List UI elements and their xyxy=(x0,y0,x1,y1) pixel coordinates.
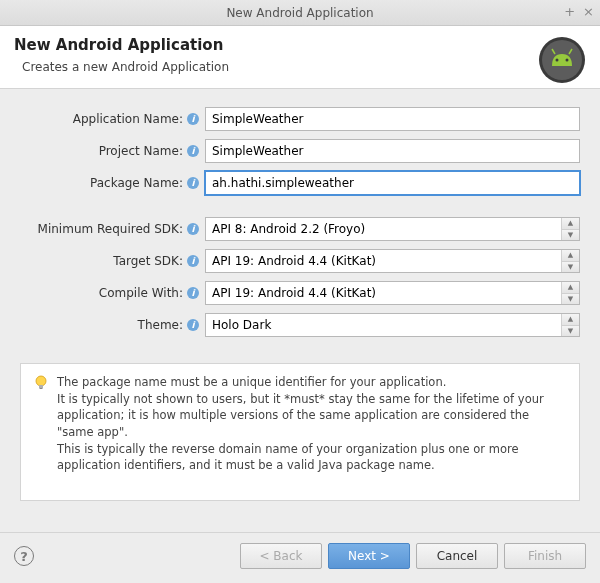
info-icon[interactable]: i xyxy=(187,145,199,157)
finish-button: Finish xyxy=(504,543,586,569)
application-name-input[interactable] xyxy=(205,107,580,131)
svg-point-3 xyxy=(566,59,569,62)
android-icon xyxy=(538,36,586,84)
theme-label: Theme: xyxy=(20,318,185,332)
target-sdk-label: Target SDK: xyxy=(20,254,185,268)
package-name-label: Package Name: xyxy=(20,176,185,190)
svg-rect-7 xyxy=(39,385,43,388)
lightbulb-icon xyxy=(33,375,49,391)
hint-text: The package name must be a unique identi… xyxy=(57,374,567,474)
spinner-buttons[interactable]: ▲▼ xyxy=(561,282,579,304)
wizard-header: New Android Application Creates a new An… xyxy=(0,26,600,89)
help-icon[interactable]: ? xyxy=(14,546,34,566)
min-sdk-select[interactable] xyxy=(205,217,580,241)
chevron-down-icon[interactable]: ▼ xyxy=(562,230,579,241)
chevron-up-icon[interactable]: ▲ xyxy=(562,314,579,326)
chevron-up-icon[interactable]: ▲ xyxy=(562,282,579,294)
target-sdk-select[interactable] xyxy=(205,249,580,273)
page-title: New Android Application xyxy=(14,36,586,54)
chevron-up-icon[interactable]: ▲ xyxy=(562,218,579,230)
back-button: < Back xyxy=(240,543,322,569)
info-icon[interactable]: i xyxy=(187,177,199,189)
application-name-label: Application Name: xyxy=(20,112,185,126)
svg-point-2 xyxy=(556,59,559,62)
close-icon[interactable]: × xyxy=(583,4,594,19)
titlebar: New Android Application + × xyxy=(0,0,600,26)
svg-point-6 xyxy=(36,376,46,386)
cancel-button[interactable]: Cancel xyxy=(416,543,498,569)
spinner-buttons[interactable]: ▲▼ xyxy=(561,250,579,272)
min-sdk-label: Minimum Required SDK: xyxy=(20,222,185,236)
spinner-buttons[interactable]: ▲▼ xyxy=(561,314,579,336)
next-button[interactable]: Next > xyxy=(328,543,410,569)
wizard-footer: ? < Back Next > Cancel Finish xyxy=(0,532,600,583)
project-name-input[interactable] xyxy=(205,139,580,163)
chevron-down-icon[interactable]: ▼ xyxy=(562,262,579,273)
info-icon[interactable]: i xyxy=(187,255,199,267)
minimize-icon[interactable]: + xyxy=(564,4,575,19)
project-name-label: Project Name: xyxy=(20,144,185,158)
chevron-down-icon[interactable]: ▼ xyxy=(562,294,579,305)
chevron-up-icon[interactable]: ▲ xyxy=(562,250,579,262)
spinner-buttons[interactable]: ▲▼ xyxy=(561,218,579,240)
window-title: New Android Application xyxy=(226,6,373,20)
info-icon[interactable]: i xyxy=(187,287,199,299)
package-name-input[interactable] xyxy=(205,171,580,195)
svg-rect-8 xyxy=(40,388,43,389)
chevron-down-icon[interactable]: ▼ xyxy=(562,326,579,337)
hint-panel: The package name must be a unique identi… xyxy=(20,363,580,501)
info-icon[interactable]: i xyxy=(187,113,199,125)
info-icon[interactable]: i xyxy=(187,319,199,331)
compile-with-label: Compile With: xyxy=(20,286,185,300)
page-subtitle: Creates a new Android Application xyxy=(22,60,586,74)
info-icon[interactable]: i xyxy=(187,223,199,235)
compile-with-select[interactable] xyxy=(205,281,580,305)
form-area: Application Name: i Project Name: i Pack… xyxy=(0,89,600,353)
theme-select[interactable] xyxy=(205,313,580,337)
